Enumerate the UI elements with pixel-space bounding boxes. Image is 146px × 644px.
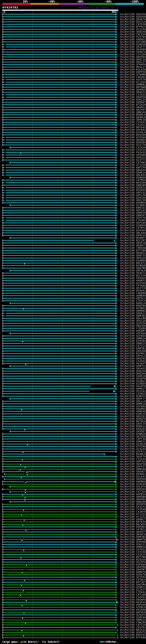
hit-label: UniRef100_A3FA64	[120, 335, 146, 337]
hit-label: UniRef100_Q84RL8	[120, 116, 146, 118]
alignment-bar	[10, 486, 116, 487]
hit-label: UniRef100_B9HHL9	[120, 114, 146, 116]
hit-label: UniRef100_B9HCL0	[120, 302, 146, 304]
alignment-bar	[3, 54, 116, 55]
alignment-bar	[3, 562, 116, 562]
arrow-right-icon	[116, 285, 117, 287]
hit-row: UniRef100_A0FLP9	[0, 194, 146, 196]
alignment-bar	[3, 77, 116, 78]
arrow-right-icon	[116, 443, 117, 445]
alignview-screenshot: 20%~40%~60%~80%~100% AY424762 AlignView.…	[0, 0, 146, 644]
hit-label: UniRef100_Q3E6Z2	[120, 186, 146, 189]
hit-row: UniRef100_Q0MX15	[0, 342, 146, 345]
hit-row: UniRef100_Q6UDQ3	[0, 139, 146, 141]
alignment-bar	[3, 569, 116, 570]
arrow-right-icon	[116, 58, 117, 61]
alignment-bar	[3, 67, 116, 68]
arrow-right-icon	[116, 352, 117, 355]
arrow-right-icon	[116, 460, 117, 463]
subject-overhang-right	[117, 572, 120, 572]
hit-row: UniRef100_B9HHL9	[0, 114, 146, 116]
hit-label: UniRef100_Q39822	[120, 586, 146, 588]
alignment-bar	[3, 567, 116, 568]
subject-overhang-right	[117, 421, 120, 422]
hit-label: UniRef100_Q8W1A8	[120, 500, 146, 503]
arrow-right-icon	[116, 345, 117, 347]
hit-label: UniRef100_Q41372	[120, 506, 146, 508]
subject-gap-dash-icon: -	[38, 640, 40, 643]
arrow-right-icon	[116, 554, 117, 556]
hit-label: UniRef100_Q9ATM7	[120, 568, 146, 571]
alignment-bar	[3, 388, 116, 389]
alignment-bar	[3, 150, 116, 150]
hit-row: UniRef100_Q9M7B1	[0, 347, 146, 350]
arrow-right-icon	[116, 488, 117, 490]
hit-row: UniRef100_A5BCX5	[0, 412, 146, 415]
alignment-bar	[3, 182, 116, 183]
hit-row: UniRef100_A8MRW1	[0, 310, 146, 312]
alignment-bar	[3, 49, 116, 50]
subject-gap-mark	[4, 220, 6, 221]
hit-row: UniRef100_C6TIC3	[0, 345, 146, 347]
hit-label: UniRef100_O22541	[120, 390, 146, 392]
hit-row: UniRef100_Q06BK4	[0, 202, 146, 204]
hit-label: UniRef100_Q8LAA6	[120, 232, 146, 234]
arrow-right-icon	[116, 152, 117, 154]
hit-row: UniRef100_Q9M624	[0, 337, 146, 340]
hit-row: UniRef100_C5IX13	[0, 149, 146, 151]
hit-label: UniRef100_Q9LLL9	[120, 400, 146, 402]
subject-gap-mark	[4, 182, 6, 183]
arrow-right-icon	[116, 508, 117, 510]
arrow-right-icon	[116, 307, 117, 310]
alignment-bar	[10, 502, 116, 502]
arrow-right-icon	[116, 622, 117, 624]
hit-label: UniRef100_Q9LLM0	[120, 317, 146, 320]
hit-row: UniRef100_B9RCD1	[0, 206, 146, 209]
hit-row: UniRef100_Q8W507	[0, 214, 146, 216]
subject-overhang-right	[117, 547, 120, 547]
arrow-right-icon	[116, 66, 117, 68]
hit-label: UniRef100_Q08451	[120, 252, 146, 254]
hit-row: UniRef100_A9P7U3	[0, 460, 146, 463]
arrow-right-icon	[116, 611, 117, 614]
subject-overhang-right	[117, 245, 120, 246]
arrow-right-icon	[116, 614, 117, 616]
alignment-bar	[3, 428, 116, 429]
hit-row: UniRef100_Q0MX16	[0, 402, 146, 405]
alignment-bar	[3, 373, 116, 374]
hit-label: UniRef100_C6TMV4	[120, 179, 146, 182]
hit-label: UniRef100_Q9XF58	[120, 463, 146, 465]
hit-row: UniRef100_Q0MRN2	[0, 84, 146, 86]
hit-row: UniRef100_C6TI29	[0, 624, 146, 626]
hit-label: UniRef100_A9SPX3	[120, 601, 146, 604]
alignment-bar	[3, 273, 116, 274]
hit-row: UniRef100_A1IIE4	[0, 81, 146, 84]
hit-row: UniRef100_A9PFE8	[0, 71, 146, 73]
hit-row: UniRef100_Q8W1A8	[0, 500, 146, 503]
hit-label: UniRef100_A9X4U3	[120, 277, 146, 280]
alignment-bar	[3, 532, 116, 532]
hit-label: UniRef100_C6TNJ1	[120, 528, 146, 531]
subject-overhang-right	[117, 19, 120, 20]
hit-label: UniRef100_B9IG69	[120, 182, 146, 184]
arrow-right-icon	[116, 300, 117, 302]
subject-overhang-right	[117, 70, 120, 70]
hit-label: UniRef100_P93435	[120, 151, 146, 154]
hit-row: UniRef100_B1PRK2	[0, 307, 146, 310]
subject-overhang-right	[117, 195, 120, 196]
arrow-right-icon	[117, 601, 119, 604]
alignment-bar	[3, 152, 116, 153]
arrow-right-icon	[116, 368, 117, 370]
alignment-bar	[3, 104, 116, 105]
alignment-bar	[3, 434, 116, 434]
hit-label: UniRef100_A7J2I0	[120, 164, 146, 166]
hit-row: UniRef100_Q9M7C2	[0, 365, 146, 367]
arrow-right-icon	[116, 372, 117, 375]
hit-label: UniRef100_C5Y1D9	[120, 53, 146, 56]
arrow-right-icon	[114, 240, 116, 242]
hit-row: UniRef100_Q8S4X5	[0, 367, 146, 370]
alignment-bar	[3, 69, 116, 70]
arrow-right-icon	[116, 124, 117, 126]
hit-label: UniRef100_Q8H5N9	[120, 496, 146, 498]
hit-label: UniRef100_Q9ATM4	[120, 584, 146, 586]
